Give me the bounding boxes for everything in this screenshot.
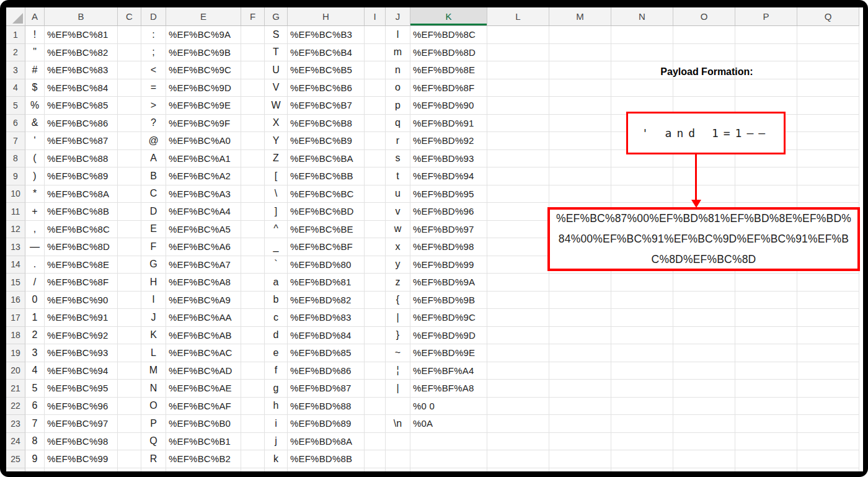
cell-C12[interactable] xyxy=(118,221,141,239)
cell-N18[interactable] xyxy=(611,327,673,345)
cell-N4[interactable] xyxy=(611,79,673,97)
cell-A12[interactable]: , xyxy=(25,221,45,239)
cell-M7[interactable] xyxy=(549,132,611,150)
cell-Q18[interactable] xyxy=(797,327,859,345)
cell-G7[interactable]: Y xyxy=(265,132,288,150)
cell-M15[interactable] xyxy=(549,274,611,292)
cell-E9[interactable]: %EF%BC%A2 xyxy=(166,167,241,185)
row-header-7[interactable]: 7 xyxy=(6,132,25,150)
cell-Q21[interactable] xyxy=(797,380,859,398)
cell-H10[interactable]: %EF%BC%BC xyxy=(288,185,365,203)
cell-I21[interactable] xyxy=(365,380,386,398)
cell-C5[interactable] xyxy=(118,97,141,115)
cell-C19[interactable] xyxy=(118,344,141,362)
cell-G1[interactable]: S xyxy=(265,26,288,44)
cell-A21[interactable]: 5 xyxy=(25,380,45,398)
cell-B26[interactable] xyxy=(45,468,118,472)
cell-F13[interactable] xyxy=(241,238,265,256)
cell-Q2[interactable] xyxy=(797,44,859,62)
cell-E17[interactable]: %EF%BC%AA xyxy=(166,309,241,327)
cell-C21[interactable] xyxy=(118,380,141,398)
column-header-N[interactable]: N xyxy=(611,7,673,26)
row-header-4[interactable]: 4 xyxy=(6,79,25,97)
cell-E1[interactable]: %EF%BC%9A xyxy=(166,26,241,44)
cell-I13[interactable] xyxy=(365,238,386,256)
cell-P22[interactable] xyxy=(735,398,797,416)
cell-K11[interactable]: %EF%BD%96 xyxy=(410,203,487,221)
cell-E25[interactable]: %EF%BC%B2 xyxy=(166,450,241,468)
cell-E21[interactable]: %EF%BC%AE xyxy=(166,380,241,398)
cell-I19[interactable] xyxy=(365,344,386,362)
cell-H16[interactable]: %EF%BD%82 xyxy=(288,292,365,310)
cell-M2[interactable] xyxy=(549,44,611,62)
cell-Q17[interactable] xyxy=(797,309,859,327)
cell-O20[interactable] xyxy=(673,362,735,380)
cell-B24[interactable]: %EF%BC%98 xyxy=(45,433,118,451)
cell-B22[interactable]: %EF%BC%96 xyxy=(45,398,118,416)
cell-L4[interactable] xyxy=(487,79,549,97)
row-header-5[interactable]: 5 xyxy=(6,97,25,115)
cell-P15[interactable] xyxy=(735,274,797,292)
cell-H4[interactable]: %EF%BC%B6 xyxy=(288,79,365,97)
cell-A1[interactable]: ! xyxy=(25,26,45,44)
cell-A17[interactable]: 1 xyxy=(25,309,45,327)
cell-G2[interactable]: T xyxy=(265,44,288,62)
cell-H22[interactable]: %EF%BD%88 xyxy=(288,398,365,416)
cell-I9[interactable] xyxy=(365,167,386,185)
cell-J25[interactable] xyxy=(386,450,410,468)
cell-I2[interactable] xyxy=(365,44,386,62)
cell-N2[interactable] xyxy=(611,44,673,62)
cell-E23[interactable]: %EF%BC%B0 xyxy=(166,415,241,433)
cell-A7[interactable]: ' xyxy=(25,132,45,150)
cell-N17[interactable] xyxy=(611,309,673,327)
cell-I4[interactable] xyxy=(365,79,386,97)
cell-H26[interactable] xyxy=(288,468,365,472)
cell-F3[interactable] xyxy=(241,61,265,79)
cell-G12[interactable]: ^ xyxy=(265,221,288,239)
cell-I5[interactable] xyxy=(365,97,386,115)
cell-L11[interactable] xyxy=(487,203,549,221)
cell-A18[interactable]: 2 xyxy=(25,327,45,345)
cell-L7[interactable] xyxy=(487,132,549,150)
cell-D23[interactable]: P xyxy=(141,415,166,433)
cell-A3[interactable]: # xyxy=(25,61,45,79)
cell-F24[interactable] xyxy=(241,433,265,451)
cell-E2[interactable]: %EF%BC%9B xyxy=(166,44,241,62)
cell-J14[interactable]: y xyxy=(386,256,410,274)
cell-I6[interactable] xyxy=(365,115,386,133)
column-header-E[interactable]: E xyxy=(166,7,241,26)
cell-B7[interactable]: %EF%BC%87 xyxy=(45,132,118,150)
cell-L2[interactable] xyxy=(487,44,549,62)
cell-I26[interactable] xyxy=(365,468,386,472)
cell-F21[interactable] xyxy=(241,380,265,398)
cell-N26[interactable] xyxy=(611,468,673,472)
cell-M9[interactable] xyxy=(549,167,611,185)
cell-F16[interactable] xyxy=(241,292,265,310)
cell-L26[interactable] xyxy=(487,468,549,472)
cell-O16[interactable] xyxy=(673,292,735,310)
cell-I12[interactable] xyxy=(365,221,386,239)
cell-A22[interactable]: 6 xyxy=(25,398,45,416)
cell-H25[interactable]: %EF%BD%8B xyxy=(288,450,365,468)
cell-L18[interactable] xyxy=(487,327,549,345)
cell-L9[interactable] xyxy=(487,167,549,185)
row-header-3[interactable]: 3 xyxy=(6,61,25,79)
cell-G3[interactable]: U xyxy=(265,61,288,79)
cell-L3[interactable] xyxy=(487,61,549,79)
cell-K3[interactable]: %EF%BD%8E xyxy=(410,61,487,79)
cell-D16[interactable]: I xyxy=(141,292,166,310)
cell-I24[interactable] xyxy=(365,433,386,451)
cell-D1[interactable]: : xyxy=(141,26,166,44)
cell-J20[interactable]: ¦ xyxy=(386,362,410,380)
cell-G13[interactable]: _ xyxy=(265,238,288,256)
cell-H11[interactable]: %EF%BC%BD xyxy=(288,203,365,221)
cell-M6[interactable] xyxy=(549,115,611,133)
cell-H21[interactable]: %EF%BD%87 xyxy=(288,380,365,398)
cell-G8[interactable]: Z xyxy=(265,150,288,168)
cell-C23[interactable] xyxy=(118,415,141,433)
cell-E19[interactable]: %EF%BC%AC xyxy=(166,344,241,362)
cell-J5[interactable]: p xyxy=(386,97,410,115)
cell-M24[interactable] xyxy=(549,433,611,451)
cell-F23[interactable] xyxy=(241,415,265,433)
cell-B18[interactable]: %EF%BC%92 xyxy=(45,327,118,345)
